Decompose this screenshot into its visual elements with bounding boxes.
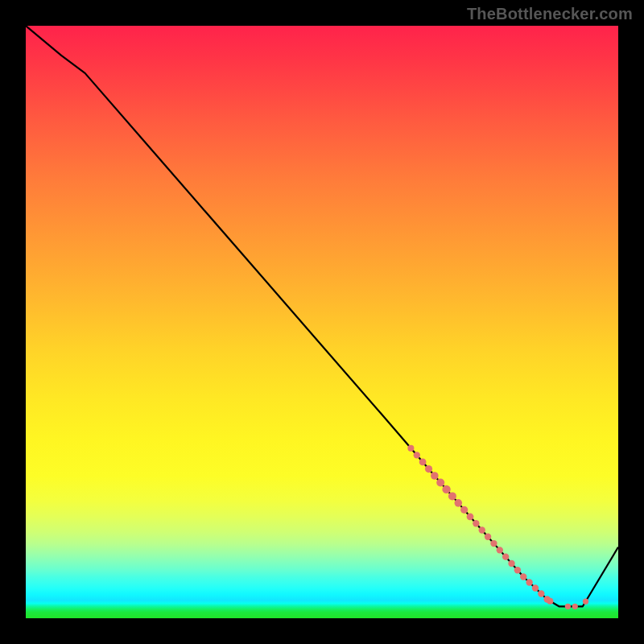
highlight-dot [479,526,485,533]
highlight-dot [473,520,479,526]
highlight-dot [454,499,462,507]
highlight-dot [490,540,497,547]
highlight-dot [538,590,544,597]
highlight-dot [565,604,571,609]
highlight-dot [572,604,578,609]
highlight-dot [502,553,509,559]
chart-svg [26,26,618,618]
highlight-dot [460,506,468,514]
highlight-dot [532,584,539,591]
highlight-dot [442,485,450,493]
highlight-dot [431,472,439,480]
plot-area [26,26,618,618]
highlight-dot [583,599,588,605]
highlight-dot [407,445,414,452]
highlight-dot [414,452,420,458]
highlight-dot [547,598,553,605]
highlight-dot [497,547,503,553]
highlight-dot [425,465,432,473]
attribution-label: TheBottlenecker.com [467,5,633,23]
highlight-dot [467,513,474,520]
highlight-dot [508,560,514,567]
curve-path [26,26,618,606]
curve-line [26,26,618,606]
highlight-dot [485,534,491,540]
highlight-dot [436,478,444,486]
chart-container: TheBottlenecker.com [0,0,644,644]
highlight-dot [514,567,521,573]
highlight-dot [526,579,532,585]
highlight-dot [448,492,456,500]
highlight-dots [407,445,588,609]
highlight-dot [419,459,427,466]
highlight-dot [520,573,526,580]
